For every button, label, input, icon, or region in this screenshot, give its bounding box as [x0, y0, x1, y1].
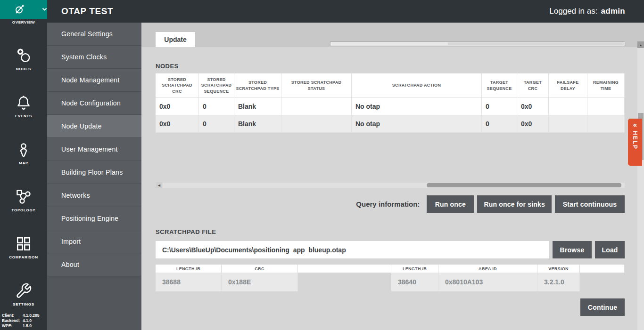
nav-label: EVENTS: [0, 114, 47, 118]
table-row[interactable]: 0x0 0 Blank No otap 0 0x0: [156, 98, 625, 115]
menu-item-general-settings[interactable]: General Settings: [47, 23, 141, 46]
chevron-down-icon: [42, 8, 47, 11]
tab-update[interactable]: Update: [156, 32, 195, 47]
app-logo-icon: [14, 4, 25, 15]
browse-button[interactable]: Browse: [553, 241, 592, 258]
start-continuous-button[interactable]: Start continuous: [555, 195, 625, 213]
scratchpad-table-row: 38688 0x188E 38640 0x8010A103 3.2.1.0: [156, 273, 625, 291]
menu-item-node-management[interactable]: Node Management: [47, 69, 141, 92]
menu-item-user-management[interactable]: User Management: [47, 138, 141, 161]
cell: No otap: [352, 98, 482, 115]
bell-icon: [15, 94, 33, 111]
nodes-table-header: STORED SCRATCHPAD CRC STORED SCRATCHPAD …: [156, 73, 625, 98]
logged-in-label: Logged in as:: [549, 7, 597, 16]
nav-label: COMPARISON: [0, 255, 47, 259]
horizontal-scroll-thumb[interactable]: [427, 183, 621, 187]
page-title: OTAP TEST: [61, 6, 113, 16]
continue-button[interactable]: Continue: [580, 298, 625, 316]
cell: 0x0: [156, 98, 199, 115]
cell: 0: [199, 98, 234, 115]
top-header: OTAP TEST Logged in as:admin: [0, 0, 644, 23]
wrench-icon: [15, 282, 33, 299]
menu-item-system-clocks[interactable]: System Clocks: [47, 46, 141, 69]
cell: 0x0: [517, 115, 549, 133]
cell: No otap: [352, 115, 482, 133]
cell: [549, 115, 587, 133]
cell: [281, 115, 352, 133]
version-value: 4.1.0.205: [23, 313, 39, 318]
sidebar-item-comparison[interactable]: COMPARISON: [0, 235, 47, 259]
menu-item-node-update[interactable]: Node Update: [47, 115, 141, 138]
top-horizontal-scrollbar[interactable]: [330, 41, 625, 46]
load-button[interactable]: Load: [595, 241, 625, 258]
scratchpad-crc-value: 0x188E: [222, 273, 298, 291]
main-content: Update NODES STORED SCRATCHPAD CRC STORE…: [141, 23, 644, 330]
nodes-icon: [15, 47, 33, 64]
menu-item-networks[interactable]: Networks: [47, 184, 141, 207]
menu-item-about[interactable]: About: [47, 253, 141, 276]
menu-item-import[interactable]: Import: [47, 230, 141, 253]
column-header-area-id: AREA ID: [438, 265, 537, 273]
scroll-left-arrow-icon[interactable]: ◀: [156, 182, 162, 188]
run-once-for-sinks-button[interactable]: Run once for sinks: [477, 195, 552, 213]
version-label: WPE:: [2, 323, 23, 329]
nav-label: MAP: [0, 161, 47, 165]
cell: 0: [482, 115, 517, 133]
version-row-client: Client: 4.1.0.205: [2, 313, 46, 318]
version-row-wpe: WPE: 1.5.0: [2, 323, 46, 329]
scratchpad-file-path-input[interactable]: [156, 241, 549, 258]
logged-in-username: admin: [601, 7, 625, 16]
run-once-button[interactable]: Run once: [427, 195, 474, 213]
nodes-table: STORED SCRATCHPAD CRC STORED SCRATCHPAD …: [156, 73, 625, 133]
version-row-backend: Backend: 4.1.0: [2, 318, 46, 323]
scroll-up-arrow-icon[interactable]: ▲: [637, 41, 644, 48]
help-tab[interactable]: « HELP: [628, 119, 642, 166]
column-header-spacer: [580, 265, 625, 273]
table-row[interactable]: 0x0 0 Blank No otap 0 0x0: [156, 115, 625, 133]
column-header-stored-scratchpad-status: STORED SCRATCHPAD STATUS: [281, 73, 352, 98]
version-info: Client: 4.1.0.205 Backend: 4.1.0 WPE: 1.…: [2, 313, 46, 329]
query-information-row: Query information: Run once Run once for…: [141, 195, 625, 213]
column-header-target-sequence: TARGET SEQUENCE: [482, 73, 517, 98]
sidebar-item-events[interactable]: EVENTS: [0, 94, 47, 118]
cell: [549, 98, 587, 115]
cell: [281, 98, 352, 115]
horizontal-scroll-track[interactable]: [163, 183, 625, 188]
column-header-crc: CRC: [222, 265, 298, 273]
sidebar-item-nodes[interactable]: NODES: [0, 47, 47, 71]
column-header-stored-scratchpad-type: STORED SCRATCHPAD TYPE: [234, 73, 281, 98]
cell: [587, 115, 625, 133]
spacer-cell: [298, 273, 391, 291]
cell: Blank: [234, 98, 281, 115]
cell: 0x0: [156, 115, 199, 133]
sidebar-item-map[interactable]: MAP: [0, 141, 47, 165]
nav-label: TOPOLOGY: [0, 208, 47, 212]
tab-strip: Update: [141, 23, 644, 47]
vertical-scrollbar[interactable]: ▲: [637, 41, 644, 330]
nav-label: NODES: [0, 67, 47, 71]
scratchpad-table-header: LENGTH /B CRC LENGTH /B AREA ID VERSION: [156, 265, 625, 273]
menu-item-building-floor-plans[interactable]: Building Floor Plans: [47, 161, 141, 184]
top-horizontal-scroll-thumb[interactable]: [448, 42, 624, 45]
help-tab-label: HELP: [632, 131, 638, 150]
spacer-cell: [580, 273, 625, 291]
column-header-length-b-file: LENGTH /B: [391, 265, 438, 273]
sidebar-item-topology[interactable]: TOPOLOGY: [0, 188, 47, 212]
file-length-value: 38640: [391, 273, 438, 291]
sidebar-item-overview[interactable]: [0, 0, 47, 19]
topology-icon: [15, 188, 33, 205]
column-header-stored-scratchpad-sequence: STORED SCRATCHPAD SEQUENCE: [199, 73, 234, 98]
table-horizontal-scrollbar[interactable]: ◀: [156, 182, 625, 188]
cell: Blank: [234, 115, 281, 133]
cell: [587, 98, 625, 115]
nav-label: SETTINGS: [0, 302, 47, 306]
cell: 0: [482, 98, 517, 115]
menu-item-positioning-engine[interactable]: Positioning Engine: [47, 207, 141, 230]
cell: 0x0: [517, 98, 549, 115]
version-label: Client:: [2, 313, 23, 318]
version-value: 1.5.0: [23, 323, 32, 329]
menu-item-node-configuration[interactable]: Node Configuration: [47, 92, 141, 115]
scratchpad-file-row: Browse Load: [156, 241, 625, 258]
sidebar-item-settings[interactable]: SETTINGS: [0, 282, 47, 306]
column-header-scratchpad-action: SCRATCHPAD ACTION: [352, 73, 482, 98]
